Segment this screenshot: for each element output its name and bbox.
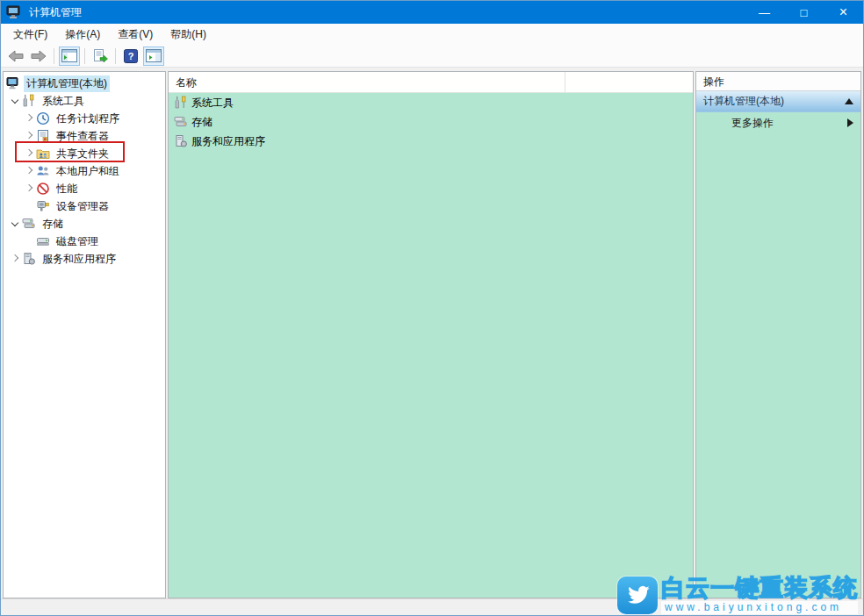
tree-item-performance[interactable]: 性能 bbox=[4, 180, 165, 197]
watermark-brand: 白云一键重装系统 bbox=[661, 576, 858, 601]
window-title: 计算机管理 bbox=[29, 5, 745, 20]
list-item-storage[interactable]: 存储 bbox=[169, 112, 693, 132]
menu-view[interactable]: 查看(V) bbox=[109, 24, 162, 46]
collapse-icon[interactable] bbox=[845, 98, 853, 104]
computer-management-window: 计算机管理 — □ × 文件(F) 操作(A) 查看(V) 帮助(H) bbox=[0, 0, 864, 616]
toolbar-separator bbox=[84, 48, 85, 64]
computer-icon bbox=[6, 76, 20, 90]
help-icon: ? bbox=[124, 49, 138, 63]
tree-item-services-applications[interactable]: 服务和应用程序 bbox=[4, 250, 165, 268]
tree-item-label: 共享文件夹 bbox=[54, 146, 112, 162]
event-viewer-icon bbox=[36, 129, 50, 143]
titlebar: 计算机管理 — □ × bbox=[1, 1, 863, 24]
tree-item-task-scheduler[interactable]: 任务计划程序 bbox=[4, 110, 165, 127]
computer-icon bbox=[6, 5, 22, 19]
items-list-panel: 名称 系统工具 bbox=[168, 71, 694, 598]
tree-item-device-manager[interactable]: 设备管理器 bbox=[4, 197, 165, 215]
close-icon: × bbox=[839, 4, 847, 20]
tree-item-label: 服务和应用程序 bbox=[40, 251, 119, 268]
list-item-label: 存储 bbox=[191, 115, 212, 130]
menu-file[interactable]: 文件(F) bbox=[4, 24, 56, 46]
minimize-button[interactable]: — bbox=[745, 1, 784, 24]
show-action-pane-icon bbox=[146, 49, 162, 62]
actions-pane: 操作 计算机管理(本地) 更多操作 bbox=[695, 71, 861, 598]
menubar: 文件(F) 操作(A) 查看(V) 帮助(H) bbox=[1, 24, 863, 45]
list-column-header-row: 名称 bbox=[169, 72, 693, 93]
tree-item-label: 事件查看器 bbox=[54, 128, 112, 145]
column-header-name[interactable]: 名称 bbox=[169, 72, 565, 92]
tree-item-label: 本地用户和组 bbox=[54, 163, 122, 180]
help-button[interactable]: ? bbox=[120, 47, 141, 66]
watermark-url: www.baiyunxitong.com bbox=[661, 601, 858, 614]
export-list-button[interactable] bbox=[90, 47, 111, 66]
tree-item-event-viewer[interactable]: 事件查看器 bbox=[4, 127, 165, 145]
tree-item-label: 系统工具 bbox=[40, 93, 87, 110]
performance-icon bbox=[36, 182, 50, 196]
maximize-button[interactable]: □ bbox=[784, 1, 824, 24]
tree-item-label: 设备管理器 bbox=[54, 198, 112, 215]
tree-item-local-users-groups[interactable]: 本地用户和组 bbox=[4, 162, 165, 180]
device-manager-icon bbox=[36, 199, 50, 213]
bird-logo-icon bbox=[617, 577, 658, 614]
main-area: 计算机管理(本地) 系统工具 bbox=[1, 68, 863, 598]
actions-pane-title: 操作 bbox=[696, 72, 860, 91]
forward-icon bbox=[31, 50, 47, 62]
tree-item-disk-management[interactable]: 磁盘管理 bbox=[4, 233, 165, 250]
tree-item-computer-management[interactable]: 计算机管理(本地) bbox=[4, 75, 165, 92]
tree-item-label: 任务计划程序 bbox=[54, 111, 122, 127]
chevron-right-icon[interactable] bbox=[23, 183, 36, 196]
watermark-text: 白云一键重装系统 www.baiyunxitong.com bbox=[661, 576, 858, 614]
tree-item-label: 计算机管理(本地) bbox=[24, 75, 110, 92]
maximize-icon: □ bbox=[801, 6, 808, 19]
tree-item-system-tools[interactable]: 系统工具 bbox=[4, 92, 165, 110]
tools-icon bbox=[22, 94, 36, 108]
close-button[interactable]: × bbox=[824, 1, 863, 24]
disk-management-icon bbox=[36, 234, 50, 248]
chevron-right-icon[interactable] bbox=[23, 165, 36, 178]
task-scheduler-icon bbox=[36, 111, 50, 125]
back-button[interactable] bbox=[5, 47, 26, 66]
toolbar-separator bbox=[115, 48, 116, 64]
actions-group-label: 计算机管理(本地) bbox=[703, 94, 845, 109]
list-item-label: 系统工具 bbox=[191, 96, 234, 111]
tree-item-storage[interactable]: 存储 bbox=[4, 215, 165, 233]
storage-icon bbox=[174, 115, 188, 129]
show-console-tree-button[interactable] bbox=[59, 47, 80, 66]
forward-button[interactable] bbox=[28, 47, 49, 66]
menu-help[interactable]: 帮助(H) bbox=[162, 24, 215, 46]
back-icon bbox=[8, 50, 24, 62]
show-action-pane-button[interactable] bbox=[143, 47, 164, 66]
show-console-tree-icon bbox=[61, 49, 77, 62]
minimize-icon: — bbox=[759, 6, 770, 19]
tools-icon bbox=[174, 96, 188, 110]
list-item-services-applications[interactable]: 服务和应用程序 bbox=[169, 132, 693, 151]
toolbar: ? bbox=[1, 45, 863, 68]
console-tree-panel: 计算机管理(本地) 系统工具 bbox=[3, 71, 166, 598]
more-actions-item[interactable]: 更多操作 bbox=[696, 112, 860, 133]
chevron-right-icon[interactable] bbox=[23, 112, 36, 125]
list-item-label: 服务和应用程序 bbox=[191, 134, 265, 149]
chevron-right-icon[interactable] bbox=[9, 253, 22, 266]
chevron-down-icon[interactable] bbox=[9, 95, 22, 108]
tree-item-label: 性能 bbox=[54, 181, 80, 197]
local-users-icon bbox=[36, 164, 50, 178]
menu-action[interactable]: 操作(A) bbox=[56, 24, 109, 46]
watermark: 白云一键重装系统 www.baiyunxitong.com bbox=[617, 576, 858, 614]
services-icon bbox=[174, 134, 188, 148]
column-header-blank[interactable] bbox=[565, 72, 580, 92]
expander-placeholder bbox=[23, 200, 36, 213]
storage-icon bbox=[22, 217, 36, 231]
chevron-down-icon[interactable] bbox=[9, 218, 22, 231]
svg-text:?: ? bbox=[128, 51, 134, 61]
list-item-system-tools[interactable]: 系统工具 bbox=[169, 93, 693, 112]
chevron-right-icon[interactable] bbox=[23, 147, 36, 161]
actions-group-computer-management[interactable]: 计算机管理(本地) bbox=[696, 91, 860, 112]
shared-folders-icon bbox=[36, 147, 50, 161]
more-actions-label: 更多操作 bbox=[731, 116, 847, 131]
chevron-right-icon[interactable] bbox=[23, 130, 36, 143]
export-list-icon bbox=[92, 49, 108, 62]
expander-placeholder bbox=[23, 235, 36, 248]
submenu-arrow-icon bbox=[847, 118, 853, 127]
services-icon bbox=[22, 252, 36, 266]
tree-item-shared-folders[interactable]: 共享文件夹 bbox=[4, 145, 165, 162]
